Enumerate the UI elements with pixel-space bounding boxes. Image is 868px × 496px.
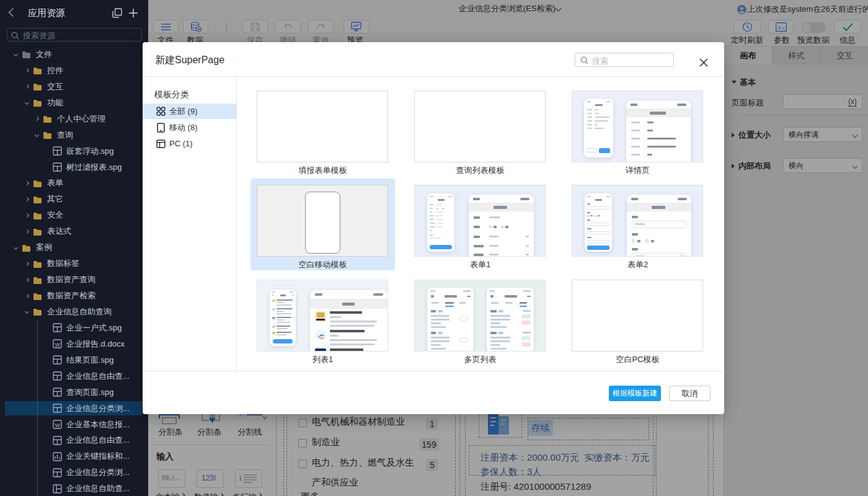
svg-text:W: W	[55, 422, 61, 428]
svg-text:W: W	[55, 342, 61, 348]
